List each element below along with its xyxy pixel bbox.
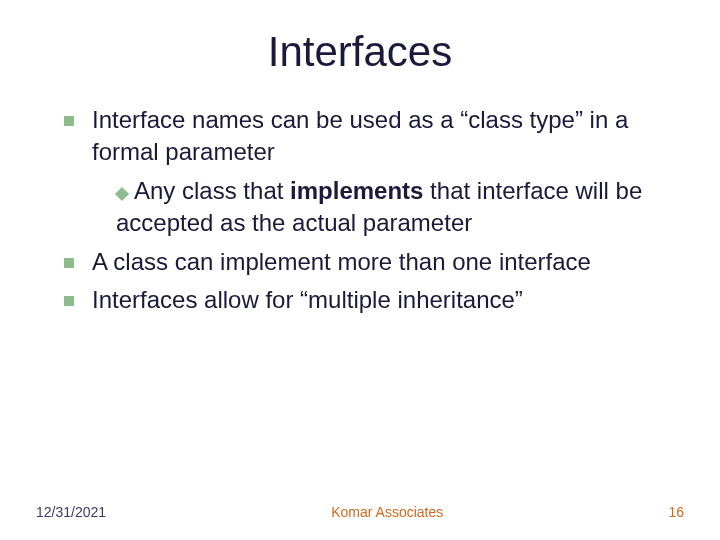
footer-date: 12/31/2021 (36, 504, 106, 520)
slide-body: Interface names can be used as a “class … (48, 104, 672, 316)
sub-bullet-item: Any class that implements that interface… (116, 175, 672, 240)
square-bullet-icon (64, 116, 74, 126)
bullet-text: A class can implement more than one inte… (92, 246, 672, 278)
bullet-text: Interface names can be used as a “class … (92, 104, 672, 169)
square-bullet-icon (64, 258, 74, 268)
footer-org: Komar Associates (106, 504, 668, 520)
bullet-text: Interfaces allow for “multiple inheritan… (92, 284, 672, 316)
diamond-bullet-icon (116, 188, 128, 200)
sub-bullet-pre: Any class that (134, 177, 290, 204)
footer-page-number: 16 (668, 504, 684, 520)
slide-title: Interfaces (48, 28, 672, 76)
sub-bullet-text: Any class that implements that interface… (116, 177, 642, 236)
bullet-item: Interfaces allow for “multiple inheritan… (64, 284, 672, 316)
bullet-item: A class can implement more than one inte… (64, 246, 672, 278)
slide-footer: 12/31/2021 Komar Associates 16 (0, 504, 720, 520)
square-bullet-icon (64, 296, 74, 306)
sub-bullet-bold: implements (290, 177, 423, 204)
slide: Interfaces Interface names can be used a… (0, 0, 720, 540)
bullet-item: Interface names can be used as a “class … (64, 104, 672, 169)
